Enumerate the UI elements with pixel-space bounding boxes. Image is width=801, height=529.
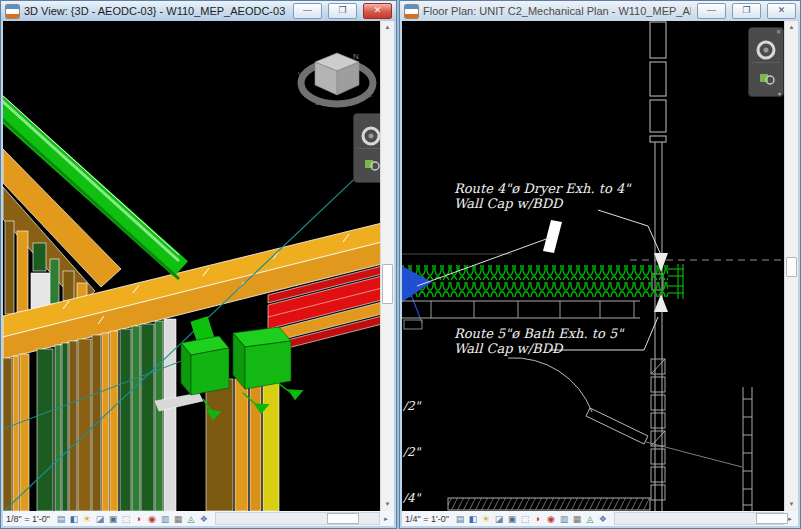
detail-level-icon[interactable]: ▤ bbox=[55, 512, 67, 526]
interior-wall[interactable] bbox=[402, 301, 640, 329]
temporary-hide-icon[interactable]: ◗ bbox=[133, 512, 145, 526]
viewcube[interactable]: W S E N bbox=[295, 45, 379, 111]
close-button[interactable]: ✕ bbox=[363, 3, 392, 19]
scroll-up-icon[interactable]: ▲ bbox=[785, 21, 798, 34]
view-control-bar: 1/8" = 1'-0" ▤ ◧ ☀ ◪ ▣ ⬚ ◗ ◉ ▥ ▦ ◬ ❖ ► bbox=[3, 511, 394, 526]
hscrollbar-thumb[interactable] bbox=[327, 513, 359, 524]
displacement-icon[interactable]: ❖ bbox=[597, 512, 609, 526]
visual-style-icon[interactable]: ◧ bbox=[467, 512, 479, 526]
floor-plan-canvas[interactable]: Route 4"ø Dryer Exh. to 4" Wall Cap w/BD… bbox=[402, 21, 785, 511]
window-3d-view[interactable]: 3D View: {3D - AEODC-03} - W110_MEP_AEOD… bbox=[0, 0, 397, 529]
worksharing-icon[interactable]: ▥ bbox=[159, 512, 171, 526]
shadows-icon[interactable]: ◪ bbox=[94, 512, 106, 526]
dimension-label-2[interactable]: /2" bbox=[402, 445, 422, 459]
crop-view-icon[interactable]: ▣ bbox=[506, 512, 518, 526]
bath-exhaust-note-line1[interactable]: Route 5"ø Bath Exh. to 5" bbox=[454, 326, 625, 341]
scale-button[interactable]: 1/8" = 1'-0" bbox=[6, 514, 50, 524]
plan-viewport[interactable]: Route 4"ø Dryer Exh. to 4" Wall Cap w/BD… bbox=[402, 21, 798, 511]
analytical-model-icon[interactable]: ◬ bbox=[584, 512, 596, 526]
compass-west-label[interactable]: W bbox=[298, 70, 306, 79]
temporary-view-icon[interactable]: ▦ bbox=[571, 512, 583, 526]
horizontal-scrollbar[interactable] bbox=[215, 512, 380, 525]
visual-style-icon[interactable]: ◧ bbox=[68, 512, 80, 526]
flex-duct-dryer[interactable] bbox=[402, 265, 684, 280]
bath-exhaust-note-line2[interactable]: Wall Cap w/BDD bbox=[454, 341, 564, 356]
scale-button[interactable]: 1/4" = 1'-0" bbox=[405, 514, 449, 524]
scrollbar-thumb[interactable] bbox=[382, 264, 393, 304]
reveal-hidden-icon[interactable]: ◉ bbox=[146, 512, 158, 526]
compass-south-label[interactable]: S bbox=[315, 98, 320, 107]
revit-file-icon bbox=[404, 4, 419, 19]
displacement-icon[interactable]: ❖ bbox=[198, 512, 210, 526]
3d-viewport[interactable]: W S E N ✕ bbox=[3, 21, 394, 511]
dryer-exhaust-note-line1[interactable]: Route 4"ø Dryer Exh. to 4" bbox=[454, 181, 632, 196]
dryer-exhaust-note-line2[interactable]: Wall Cap w/BDD bbox=[454, 196, 564, 211]
duct-boot-right[interactable] bbox=[233, 327, 291, 389]
window-title: Floor Plan: UNIT C2_Mechanical Plan - W1… bbox=[423, 5, 691, 17]
lower-right-wall[interactable] bbox=[743, 387, 752, 511]
detail-level-icon[interactable]: ▤ bbox=[454, 512, 466, 526]
titlebar-floor-plan[interactable]: Floor Plan: UNIT C2_Mechanical Plan - W1… bbox=[400, 1, 800, 21]
close-button[interactable]: ✕ bbox=[767, 3, 796, 19]
navbar-chevron-icon[interactable]: ▾ bbox=[778, 90, 781, 97]
window-floor-plan[interactable]: Floor Plan: UNIT C2_Mechanical Plan - W1… bbox=[399, 0, 801, 529]
reveal-hidden-icon[interactable]: ◉ bbox=[545, 512, 557, 526]
revit-mdi-workspace: 3D View: {3D - AEODC-03} - W110_MEP_AEOD… bbox=[0, 0, 801, 529]
vertical-scrollbar[interactable]: ▲ ▼ bbox=[380, 21, 394, 511]
worksharing-icon[interactable]: ▥ bbox=[558, 512, 570, 526]
temporary-view-icon[interactable]: ▦ bbox=[172, 512, 184, 526]
compass-east-label[interactable]: E bbox=[367, 90, 372, 99]
horizontal-scrollbar[interactable] bbox=[614, 512, 784, 525]
door-swing[interactable] bbox=[508, 358, 742, 467]
maximize-button[interactable]: ❐ bbox=[328, 3, 357, 19]
right-wall-studs[interactable] bbox=[206, 379, 279, 511]
scroll-up-icon[interactable]: ▲ bbox=[381, 21, 394, 34]
scrollbar-thumb[interactable] bbox=[786, 257, 797, 277]
navbar-close-icon[interactable]: ✕ bbox=[776, 28, 781, 35]
sun-path-icon[interactable]: ☀ bbox=[480, 512, 492, 526]
sun-path-icon[interactable]: ☀ bbox=[81, 512, 93, 526]
dimension-label-3[interactable]: /4" bbox=[402, 491, 422, 505]
scroll-down-icon[interactable]: ▼ bbox=[785, 498, 798, 511]
scroll-right-icon[interactable]: ► bbox=[381, 516, 391, 522]
navigation-bar[interactable]: ✕ ▾ bbox=[748, 27, 784, 97]
flex-duct-bath[interactable] bbox=[402, 282, 684, 297]
titlebar-3d-view[interactable]: 3D View: {3D - AEODC-03} - W110_MEP_AEOD… bbox=[1, 1, 396, 21]
show-crop-icon[interactable]: ⬚ bbox=[519, 512, 531, 526]
show-crop-icon[interactable]: ⬚ bbox=[120, 512, 132, 526]
minimize-button[interactable]: — bbox=[697, 3, 726, 19]
duct-boot-left[interactable] bbox=[181, 336, 229, 395]
hatched-wall[interactable] bbox=[448, 498, 650, 510]
vertical-scrollbar[interactable]: ▲ ▼ bbox=[784, 21, 798, 511]
hscrollbar-thumb[interactable] bbox=[756, 513, 788, 524]
view-control-bar: 1/4" = 1'-0" ▤ ◧ ☀ ◪ ▣ ⬚ ◗ ◉ ▥ ▦ ◬ ❖ ► bbox=[402, 511, 798, 526]
viewcube-cube[interactable] bbox=[315, 53, 359, 95]
analytical-model-icon[interactable]: ◬ bbox=[185, 512, 197, 526]
shadows-icon[interactable]: ◪ bbox=[493, 512, 505, 526]
white-duct-stub[interactable] bbox=[543, 220, 562, 253]
window-title: 3D View: {3D - AEODC-03} - W110_MEP_AEOD… bbox=[24, 5, 287, 17]
crop-view-icon[interactable]: ▣ bbox=[107, 512, 119, 526]
minimize-button[interactable]: — bbox=[293, 3, 322, 19]
scroll-down-icon[interactable]: ▼ bbox=[381, 498, 394, 511]
temporary-hide-icon[interactable]: ◗ bbox=[532, 512, 544, 526]
revit-file-icon bbox=[5, 4, 20, 19]
maximize-button[interactable]: ❐ bbox=[732, 3, 761, 19]
dimension-label-1[interactable]: /2" bbox=[402, 399, 422, 413]
